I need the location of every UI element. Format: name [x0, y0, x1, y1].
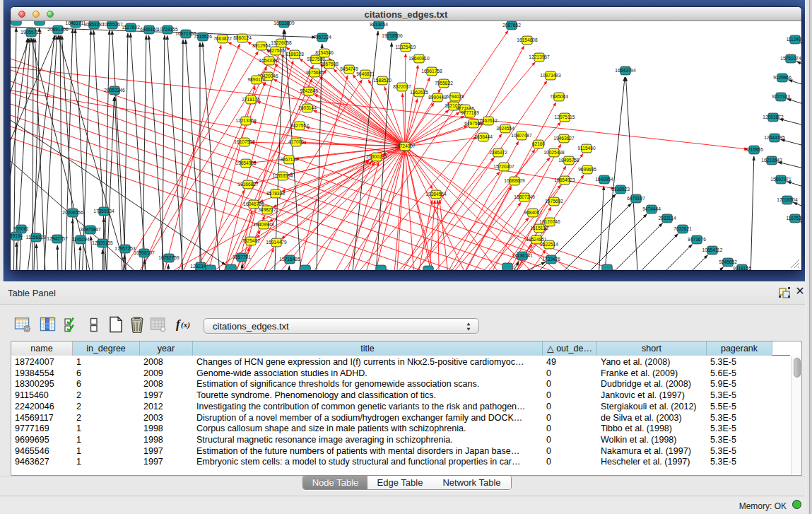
table-row[interactable]: 1872400712008Changes of HCN gene express…: [11, 357, 790, 368]
graph-node[interactable]: 12975115: [555, 113, 575, 122]
graph-node[interactable]: 15720407: [493, 163, 514, 171]
graph-node[interactable]: 7957224: [313, 33, 331, 42]
graph-node[interactable]: 7485063: [550, 93, 568, 101]
show-column-icon[interactable]: [40, 316, 57, 333]
graph-node[interactable]: 8471676: [688, 235, 706, 244]
graph-node[interactable]: 12444195: [764, 134, 785, 142]
graph-edge[interactable]: [287, 266, 289, 270]
graph-edge[interactable]: [302, 142, 405, 146]
zoom-window-icon[interactable]: [47, 11, 54, 18]
delete-trash-icon[interactable]: [129, 316, 146, 333]
graph-edge[interactable]: [317, 146, 405, 270]
graph-edge[interactable]: [405, 65, 418, 146]
graph-node[interactable]: 16961758: [421, 67, 442, 76]
table-selector-dropdown[interactable]: citations_edges.txt: [204, 318, 479, 334]
graph-node[interactable]: 19218506: [382, 32, 403, 40]
graph-node[interactable]: 12213369: [235, 117, 257, 125]
graph-edge[interactable]: [781, 139, 801, 148]
function-builder-icon[interactable]: f (x): [175, 316, 192, 333]
column-header-in_degree[interactable]: in_degree: [73, 341, 140, 356]
graph-node[interactable]: 10655267: [102, 21, 123, 29]
tab-node-table[interactable]: Node Table: [303, 476, 367, 490]
graph-edge[interactable]: [36, 244, 39, 270]
graph-node[interactable]: 20206556: [62, 209, 83, 217]
graph-edge[interactable]: [93, 30, 108, 270]
network-graph-canvas[interactable]: 1905571320691406164637111085328710655267…: [11, 21, 801, 270]
window-resize-grip[interactable]: [790, 259, 800, 269]
column-header-out_de[interactable]: △ out_de…: [543, 341, 597, 356]
graph-node[interactable]: [226, 264, 236, 270]
graph-node[interactable]: 7515526: [194, 33, 212, 41]
graph-edge[interactable]: [793, 202, 801, 210]
graph-node[interactable]: 20691406: [47, 25, 69, 34]
graph-node[interactable]: 3267130: [280, 156, 298, 164]
unselect-rows-icon[interactable]: [86, 316, 102, 333]
graph-node[interactable]: 8938923: [611, 185, 630, 194]
graph-edge[interactable]: [124, 33, 128, 270]
graph-edge[interactable]: [78, 246, 81, 270]
table-row[interactable]: 2242004622012Investigating the contribut…: [11, 402, 790, 413]
graph-edge[interactable]: [613, 255, 708, 270]
graph-node[interactable]: 12505135: [92, 239, 113, 247]
graph-node[interactable]: 18640910: [408, 54, 430, 63]
graph-node[interactable]: 9327505: [266, 47, 285, 55]
graph-edge[interactable]: [62, 35, 78, 270]
graph-edge[interactable]: [597, 186, 604, 270]
graph-node[interactable]: 9646821: [356, 70, 375, 78]
graph-node[interactable]: 8860124: [233, 34, 252, 42]
graph-node[interactable]: 62160: [532, 140, 546, 148]
graph-node[interactable]: 9245652: [719, 258, 737, 267]
graph-node[interactable]: 8215955: [745, 146, 763, 154]
graph-node[interactable]: 3498222: [258, 206, 276, 214]
graph-node[interactable]: 9227343: [772, 93, 790, 101]
graph-edge[interactable]: [71, 219, 73, 270]
graph-edge[interactable]: [405, 146, 441, 270]
graph-edge[interactable]: [402, 93, 405, 146]
graph-node[interactable]: 10973493: [540, 71, 561, 80]
graph-edge[interactable]: [11, 72, 801, 270]
graph-edge[interactable]: [142, 35, 146, 270]
graph-node[interactable]: [206, 265, 216, 270]
graph-node[interactable]: 16107552: [234, 138, 255, 146]
table-row[interactable]: 911546021997Tourette syndrome. Phenomeno…: [11, 390, 790, 402]
window-edge-scrollbar[interactable]: [805, 0, 812, 514]
graph-edge[interactable]: [787, 182, 801, 189]
graph-node[interactable]: [602, 264, 612, 270]
graph-node[interactable]: 20053346: [104, 86, 125, 95]
graph-edge[interactable]: [203, 42, 222, 270]
graph-edge[interactable]: [405, 146, 565, 270]
graph-node[interactable]: 1167533: [786, 214, 801, 223]
column-header-pagerank[interactable]: pagerank: [707, 341, 772, 356]
table-row[interactable]: 1456911722003Disruption of a novel membe…: [11, 413, 790, 424]
graph-edge[interactable]: [405, 138, 477, 146]
graph-node[interactable]: 2933114: [658, 214, 676, 223]
window-titlebar[interactable]: citations_edges.txt: [11, 7, 801, 21]
graph-node[interactable]: 16409948: [253, 221, 274, 229]
graph-node[interactable]: 2087662: [502, 21, 521, 30]
graph-node[interactable]: 15226058: [271, 39, 292, 47]
graph-node[interactable]: 7663822: [213, 35, 232, 43]
graph-node[interactable]: 10654112: [702, 246, 723, 255]
graph-node[interactable]: 19654923: [554, 176, 575, 185]
graph-node[interactable]: 16033809: [273, 21, 295, 28]
graph-node[interactable]: 16543382: [259, 57, 280, 65]
graph-node[interactable]: 19384554: [425, 190, 447, 199]
graph-node[interactable]: 19166827: [237, 180, 259, 189]
scrollbar-thumb[interactable]: [794, 358, 801, 378]
graph-edge[interactable]: [316, 44, 322, 270]
graph-edge[interactable]: [437, 200, 440, 270]
graph-node[interactable]: 8322037: [393, 83, 411, 91]
graph-node[interactable]: 15751074: [780, 54, 801, 63]
graph-node[interactable]: 15692971: [770, 175, 792, 184]
table-vertical-scrollbar[interactable]: [791, 356, 802, 476]
graph-node[interactable]: 16210643: [761, 156, 782, 165]
close-panel-icon[interactable]: ✕: [794, 285, 806, 298]
graph-edge[interactable]: [601, 77, 625, 270]
graph-node[interactable]: 9115460: [577, 144, 596, 153]
table-row[interactable]: 1938455462009Genome-wide association stu…: [11, 368, 790, 380]
graph-node[interactable]: 10688609: [504, 177, 525, 185]
graph-node[interactable]: 10807487: [511, 132, 532, 140]
graph-node[interactable]: 16643794: [615, 66, 636, 75]
network-view-window[interactable]: citations_edges.txt 19055713206914061646…: [11, 7, 801, 270]
graph-edge[interactable]: [787, 99, 801, 107]
